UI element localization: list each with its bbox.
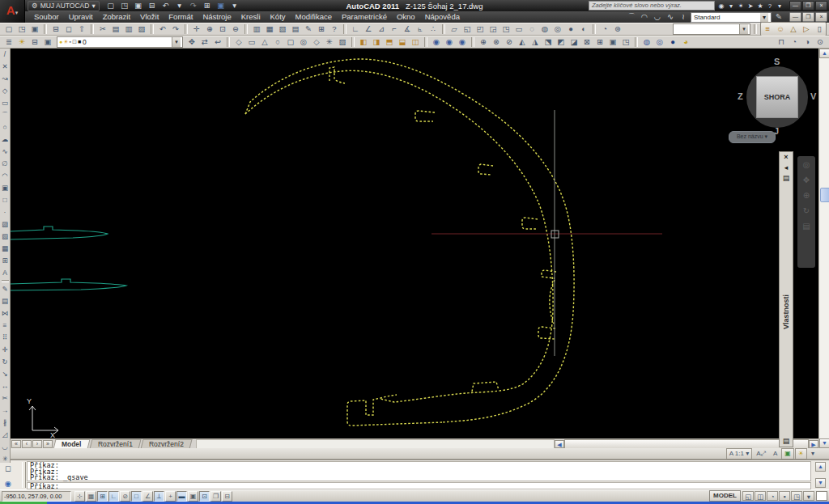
zoom-icon[interactable]: ⊕ xyxy=(803,192,810,200)
open-button[interactable]: ◳ xyxy=(15,23,28,36)
status-overflow-arrow[interactable]: ▾ xyxy=(803,491,814,501)
solid-op-tool-6[interactable]: ⬔ xyxy=(542,36,555,49)
save-button[interactable]: ▣ xyxy=(28,23,41,36)
hatch-tool[interactable]: ▨ xyxy=(336,36,349,49)
light-glyph-tool[interactable]: ⊙ xyxy=(814,36,827,49)
help-icon[interactable]: ? xyxy=(765,2,775,11)
quickcalc-button[interactable]: ⊞ xyxy=(315,23,328,36)
solid-op-tool-7[interactable]: ◩ xyxy=(555,36,568,49)
orbit-icon[interactable]: ↻ xyxy=(803,207,810,215)
horizontal-scroll-track[interactable] xyxy=(196,439,555,449)
annotation-sync-button[interactable]: ▣ xyxy=(781,448,794,460)
sphere-tool-2[interactable]: ◉ xyxy=(443,36,456,49)
zoom-previous-button[interactable]: ⊖ xyxy=(229,23,242,36)
donut-tool[interactable]: ◎ xyxy=(297,36,310,49)
triangle-shape-tool[interactable]: △ xyxy=(258,36,271,49)
search-binoculars-icon[interactable]: ◉ xyxy=(716,2,726,11)
pan-icon[interactable]: ✥ xyxy=(803,176,810,184)
grid-toggle[interactable]: ⊞ xyxy=(97,491,108,502)
pan-button[interactable]: ✛ xyxy=(190,23,203,36)
circle-tool[interactable]: ○ xyxy=(271,36,284,49)
menu-format[interactable]: Formát xyxy=(164,11,198,23)
layer-match-button[interactable]: ⇄ xyxy=(198,36,211,49)
union-tool[interactable]: ◍ xyxy=(640,36,653,49)
viewport-join-button[interactable]: ◲ xyxy=(487,23,500,36)
menu-soubor[interactable]: Soubor xyxy=(29,11,64,23)
annotation-overflow-arrow[interactable]: ▾ xyxy=(808,448,818,460)
viewcube-east-label[interactable]: V xyxy=(810,91,816,101)
erase-tool[interactable]: ✎ xyxy=(1,283,10,295)
scroll-up-button[interactable]: ▲ xyxy=(819,49,829,58)
layer-color-swatch[interactable]: ■ xyxy=(78,39,81,45)
palette-properties-icon[interactable]: ▤ xyxy=(783,173,790,184)
palette-close-icon[interactable]: × xyxy=(784,152,788,163)
quick-properties-toggle[interactable]: ⊡ xyxy=(199,491,210,502)
menu-okno[interactable]: Okno xyxy=(392,11,420,23)
break-tool[interactable]: ∦ xyxy=(1,417,10,429)
dynamic-input-toggle[interactable]: + xyxy=(165,491,176,502)
visual-style-wire-button[interactable]: ◍ xyxy=(538,23,551,36)
star-shape-tool[interactable]: ✳ xyxy=(323,36,336,49)
solid-op-tool-4[interactable]: ◭ xyxy=(516,36,529,49)
point-tool[interactable]: · xyxy=(1,206,10,218)
rectangle-tool[interactable]: ▭ xyxy=(245,36,258,49)
zoom-window-button[interactable]: ⊡ xyxy=(216,23,229,36)
restore-button[interactable]: ❐ xyxy=(802,1,814,11)
toolbar-lock-button[interactable]: △ xyxy=(787,23,800,36)
paste-button[interactable]: ▥ xyxy=(122,23,135,36)
doc-minimize-button[interactable]: — xyxy=(789,12,801,22)
quick-view-layouts-button[interactable]: ◱ xyxy=(742,491,754,501)
solid-op-tool-10[interactable]: ⊞ xyxy=(593,36,606,49)
copy-clip-button[interactable]: ▤ xyxy=(109,23,122,36)
properties-button[interactable]: ▥ xyxy=(250,23,263,36)
solid-op-tool-1[interactable]: ⊕ xyxy=(477,36,490,49)
selection-cycling-toggle[interactable]: ❐ xyxy=(210,491,221,502)
new-button[interactable]: ▢ xyxy=(2,23,15,36)
layer-isolate-button[interactable]: ▣ xyxy=(41,36,54,49)
named-view-combo[interactable]: ▾ xyxy=(673,23,750,35)
layer-on-icon[interactable]: ● xyxy=(59,39,62,45)
plot-button[interactable]: ⊟ xyxy=(146,0,159,12)
exchange-icon[interactable]: ✶ xyxy=(736,2,746,11)
explode-tool[interactable]: ✳ xyxy=(1,453,10,465)
annotation-autoscale-button[interactable]: A xyxy=(770,448,780,460)
layer-dropdown[interactable]: ●☀▪⊡■ 0 ▾ xyxy=(57,36,183,48)
favorites-icon[interactable]: ★ xyxy=(755,2,765,11)
layer-previous-button-2[interactable]: ↩ xyxy=(211,36,224,49)
status-tray-button[interactable]: ▷ xyxy=(800,23,813,36)
application-menu-button[interactable]: A▾ xyxy=(0,0,25,23)
vertical-scroll-thumb[interactable] xyxy=(820,188,829,202)
rib-notch-2[interactable] xyxy=(415,111,435,121)
interfere-tool[interactable]: ◕ xyxy=(679,36,692,49)
subtract-tool[interactable]: ◎ xyxy=(653,36,666,49)
command-scrollbar[interactable]: ▲ ▼ xyxy=(815,462,826,488)
arc-3point-tool[interactable]: ⌒ xyxy=(625,11,638,23)
layer-properties-manager-button[interactable]: ≣ xyxy=(2,36,15,49)
drawing-area[interactable]: Y X SHORA S V J Z Bez názvu ▾ ◎✥⊕↻▤ xyxy=(10,49,818,438)
trim-tool[interactable]: ✂ xyxy=(1,392,10,404)
box-shape-tool[interactable]: ▢ xyxy=(284,36,297,49)
lineweight-toggle[interactable]: ▬ xyxy=(176,491,187,502)
rhombus-shape-tool[interactable]: ◇ xyxy=(310,36,323,49)
solid-op-tool-11[interactable]: ▣ xyxy=(606,36,619,49)
annotation-visibility-button[interactable]: A⤢ xyxy=(753,448,769,460)
plot-preview-button[interactable]: ◻ xyxy=(62,23,75,36)
tab-last-button[interactable]: » xyxy=(43,440,53,448)
redo-button[interactable]: ↷ xyxy=(169,23,182,36)
ucs-object-button[interactable]: ⌐ xyxy=(388,23,401,36)
tab-prev-button[interactable]: ‹ xyxy=(22,440,32,448)
qat-customize-arrow[interactable]: ▾ xyxy=(228,0,241,12)
viewcube-top-face[interactable]: SHORA xyxy=(756,76,798,118)
ellipse-arc-tool[interactable]: ◠ xyxy=(1,170,10,182)
quick-view-drawings-button[interactable]: ◫ xyxy=(755,491,766,501)
redo-button[interactable]: ↷ xyxy=(187,0,200,12)
viewcube[interactable]: SHORA S V J Z xyxy=(735,55,818,139)
block-tool-5[interactable]: ◫ xyxy=(409,36,422,49)
rib-outline-inner[interactable] xyxy=(245,70,553,402)
viewcube-north-label[interactable]: S xyxy=(774,57,780,66)
clean-screen-button[interactable] xyxy=(816,491,827,501)
ucs-view-button[interactable]: ∡ xyxy=(401,23,414,36)
menu-upravit[interactable]: Upravit xyxy=(64,11,98,23)
visual-style-realistic-button[interactable]: ● xyxy=(564,23,577,36)
ucs-3point-button[interactable]: ∴ xyxy=(427,23,440,36)
